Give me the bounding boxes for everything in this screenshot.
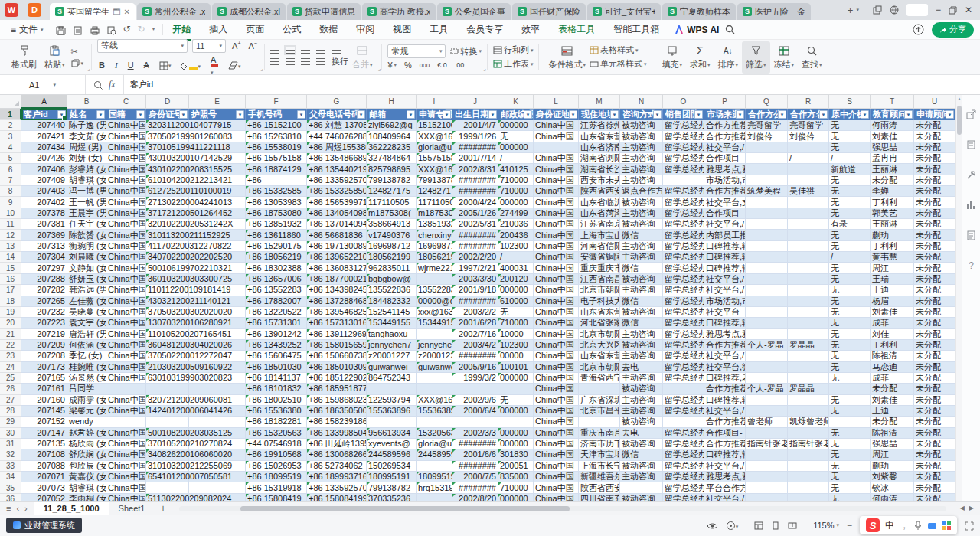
wps-ai-button[interactable]: WPS AI [668,25,725,35]
cell-R34[interactable] [788,472,829,482]
cell-I15[interactable]: wjrme221@ [416,263,452,273]
cell-P12[interactable]: 内部员工推 [704,230,746,240]
filter-dropdown-icon[interactable]: ▼ [819,110,828,119]
filter-dropdown-icon[interactable]: ▼ [357,110,365,119]
row-number[interactable]: 29 [0,417,21,427]
cell-D12[interactable]: 310113200211152925 [146,230,189,240]
cell-U3[interactable]: 未分配 [914,131,956,142]
cell-S5[interactable]: / [829,153,871,164]
cell-H12[interactable]: v17490376 [367,230,416,240]
cell-J8[interactable]: ######## [452,186,498,197]
cell-I3[interactable]: XXX@163.c [416,131,452,142]
cell-R13[interactable] [788,241,829,252]
cell-G6[interactable]: +86 1354402198 [307,164,367,175]
cell-Q21[interactable] [746,329,788,340]
filter-dropdown-icon[interactable]: ▼ [569,110,577,119]
cell-P10[interactable]: 合作项目- [704,208,746,219]
row-number[interactable]: 34 [0,472,21,482]
cell-O22[interactable]: 留学总经办 [663,340,704,351]
cell-N30[interactable]: 去电 [620,428,663,439]
cell-N23[interactable]: 主动咨询 [620,351,663,361]
row-number[interactable]: 11 [0,219,21,230]
cell-L24[interactable]: China中国 [534,362,579,373]
cell-Q19[interactable] [746,307,788,318]
cell-M7[interactable]: 西安市未央 [579,175,620,186]
cell-B6[interactable]: 彭睿婧 (女 [67,164,106,175]
cell-F18[interactable]: +86 17882007 [246,296,307,307]
cell-S2[interactable]: 无 [829,120,871,131]
cell-K33[interactable]: 200051 [498,461,534,472]
cell-N27[interactable]: 主动咨询 [620,395,663,406]
font-name-select[interactable]: 等线▾ [97,39,188,53]
cell-H31[interactable]: xyevents@ [367,439,416,449]
cell-R19[interactable] [788,307,829,318]
cell-A7[interactable]: 207409 [21,175,67,186]
cell-A36[interactable]: 207052 [21,494,67,501]
cell-H14[interactable]: 180562199 [367,252,416,263]
cell-R29[interactable]: 凯烁曾老师 [788,417,829,427]
cell-H24[interactable]: guiwanwei [367,362,416,373]
cell-U36[interactable]: 未分配 [914,494,956,501]
cell-K14[interactable]: / [498,252,534,263]
cell-B13[interactable]: 衡琬明 (女 [67,241,106,252]
cell-A12[interactable]: 207369 [21,230,67,240]
cell-C20[interactable]: China中国 [106,318,146,328]
cell-U31[interactable]: 未分配 [914,439,956,449]
cell-J11[interactable]: 2002/5/31 [452,219,498,230]
cell-T33[interactable]: 蒯玏 [871,461,914,472]
avatar[interactable] [906,4,928,16]
filter-dropdown-icon[interactable]: ▼ [407,110,415,119]
cell-F4[interactable]: +86 15538019 [246,142,307,153]
cell-B18[interactable]: 左佳薇 (女 [67,296,106,307]
cell-A32[interactable]: 207108 [21,449,67,460]
cell-Q10[interactable] [746,208,788,219]
cell-F22[interactable]: +86 13439252 [246,340,307,351]
cell-U13[interactable]: 未分配 [914,241,956,252]
cell-N16[interactable]: 被动咨询 [620,274,663,285]
cell-T36[interactable]: 何雨涛 [871,494,914,501]
cell-Q33[interactable] [746,461,788,472]
row-number[interactable]: 8 [0,186,21,197]
expand-icon[interactable] [965,520,974,531]
cell-Q25[interactable] [746,373,788,384]
cell-H20[interactable]: 153449155 [367,318,416,328]
percent-format-button[interactable]: % [404,60,412,70]
cell-M2[interactable]: 江苏省徐州 [579,120,620,131]
cell-L18[interactable]: China中国 [534,296,579,307]
cell-R24[interactable] [788,362,829,373]
cell-T18[interactable]: 杨眉 [871,296,914,307]
cell-L34[interactable]: China中国 [534,472,579,482]
cell-K3[interactable]: 无 [498,131,534,142]
row-number[interactable]: 14 [0,252,21,263]
header-cell-A1[interactable]: 客户id▼ [21,109,67,120]
cell-I23[interactable]: z20001227 [416,351,452,361]
cell-M4[interactable]: 山东省济南 [579,142,620,153]
cell-P23[interactable]: 社交平台,/ [704,351,746,361]
cell-N12[interactable]: 微信 [620,230,663,240]
cell-L2[interactable]: China中国 [534,120,579,131]
header-cell-S1[interactable]: 原中介机▼ [829,109,871,120]
cell-N18[interactable]: 微信 [620,296,663,307]
font-size-select[interactable]: 11▾ [192,39,226,53]
cell-F24[interactable]: +86 18501030 [246,362,307,373]
cell-M35[interactable]: 陕西省西安 [579,482,620,493]
cell-F25[interactable]: +86 18141137 [246,373,307,384]
cell-C36[interactable]: China中国 [106,494,146,501]
cell-S13[interactable]: 无 [829,241,871,252]
cell-C5[interactable]: China中国 [106,153,146,164]
cell-F30[interactable]: +86 15320563 [246,428,307,439]
cell-I29[interactable] [416,417,452,427]
cell-I22[interactable]: jennychen7 [416,340,452,351]
cell-U35[interactable]: 未分配 [914,482,956,493]
cell-H29[interactable] [367,417,416,427]
cell-K31[interactable]: 000000 [498,439,534,449]
cell-B9[interactable]: 王一帆 (男 [67,197,106,208]
cell-S9[interactable]: 无 [829,197,871,208]
cell-K16[interactable]: 200120 [498,274,534,285]
cell-B26[interactable]: 吕同学 [67,384,106,394]
cell-P20[interactable]: 口碑推荐,转 [704,318,746,328]
cell-Q14[interactable] [746,252,788,263]
cell-T4[interactable]: 强思喆 [871,142,914,153]
cell-K35[interactable]: 710000 [498,482,534,493]
cell-G4[interactable]: +86 周煜155380 [307,142,367,153]
